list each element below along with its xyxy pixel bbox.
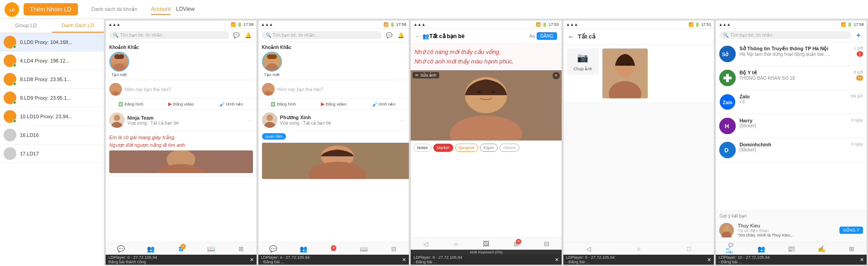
bottom-friend-icon-10[interactable]: 👥 <box>756 244 766 254</box>
app-logo: LD <box>5 2 19 17</box>
bottom-post-icon-10[interactable]: ✍ <box>816 244 826 254</box>
bottom-home-icon-0[interactable]: ✉ <box>176 244 186 254</box>
nav-account[interactable]: Account <box>151 4 170 15</box>
footer-text-9: LDPlayer: 9 - 27.72.105.94 - Đăng bài ..… <box>566 255 615 264</box>
sidebar-item-ld17[interactable]: 17.LD17 <box>0 145 104 163</box>
notif-item-so-thong-tin[interactable]: Sở Sở Thông tin Truyền thông TP Hà Nội H… <box>716 42 867 66</box>
suggest-name-thuy-kieu: Thuy Kieu <box>737 223 836 228</box>
sidebar-item-ld10[interactable]: 10.LD10 Proxy: 23.94... <box>0 107 104 126</box>
notif-item-dominhchinh[interactable]: D Dominhchinh [Sticker] 3 ngày <box>716 138 867 162</box>
chat-name-phuong-4: Phương Xinh <box>280 115 398 121</box>
chat-avatar-phuong-4 <box>262 112 277 128</box>
chat-preview-phuong-4: Vừa xong · Tất cả bạn bè <box>280 121 398 126</box>
chat-item-ninja-0[interactable]: Ninja Team Vừa xong · Tất cả bạn bè ··· <box>106 110 257 131</box>
tool-notes-8[interactable]: Notes <box>413 144 432 152</box>
how-are-you-0: Hôm nay bạn thế nào? <box>106 80 257 99</box>
svg-point-10 <box>113 63 126 71</box>
post-action-video-0[interactable]: ▶ Đăng video <box>156 99 206 109</box>
sidebar-item-ld16[interactable]: 16.LD16 <box>0 126 104 145</box>
search-bar-4[interactable]: 🔍 Tìm bạn bè, tin nhắn... <box>262 31 382 39</box>
item-label-ld17: 17.LD17 <box>20 151 39 156</box>
tool-athens-8[interactable]: Athens <box>499 144 519 152</box>
notif-item-bo-y-te[interactable]: Bộ Y tế THÔNG BÁO KHẨN SỐ 18 8 giờ N <box>716 66 867 90</box>
sidebar-item-ld9[interactable]: 9.LD9 Proxy: 23.95.1... <box>0 89 104 107</box>
bottom-icon-share-8[interactable]: ⊞ ✉ <box>511 239 521 249</box>
bottom-timeline-icon-10[interactable]: 📰 <box>786 244 796 254</box>
font-aa-8: Aa <box>529 34 535 39</box>
close-btn-10[interactable]: ✕ <box>860 257 864 263</box>
add-group-button[interactable]: Thêm Nhóm LD <box>24 3 78 15</box>
add-icon-10[interactable]: + <box>854 31 863 40</box>
message-icon-4[interactable]: 💬 <box>384 31 393 40</box>
phone-screen-8: ▲▲▲ 📶 🔋 17:53 ← 👥 Tất cả bạn bè Aa ĐĂNG <box>410 20 562 265</box>
post-action-bg-4[interactable]: 🖌 Hình nền <box>359 99 409 109</box>
post-action-image-0[interactable]: 🖼 Đăng hình <box>106 99 156 109</box>
notif-text-zalo: <3 <box>739 99 847 104</box>
bottom-diary-icon-0[interactable]: 📖 <box>206 244 216 254</box>
bottom-message-icon-10[interactable]: 💬 tin nhắn <box>726 244 736 254</box>
back-icon-8[interactable]: ← <box>415 33 421 39</box>
notif-time-dominhchinh: 3 ngày <box>851 142 863 146</box>
bottom-message-icon-4[interactable]: 💬 <box>268 244 278 254</box>
bottom-people-icon-0[interactable]: 👥 <box>146 244 156 254</box>
sidebar-item-ld8[interactable]: 8.LD8 Proxy: 23.95.1... <box>0 70 104 89</box>
chat-more-4[interactable]: ··· <box>400 116 406 124</box>
story-photo-0 <box>109 52 129 72</box>
bottom-icon-left-8[interactable]: ◁ <box>421 239 431 249</box>
post-image-0 <box>109 150 253 173</box>
tool-eigan-8[interactable]: Eigan <box>480 144 498 152</box>
search-bar-10[interactable]: 🔍 Tìm bạn bè, tin nhắn <box>719 31 851 39</box>
close-btn-8[interactable]: ✕ <box>555 257 559 263</box>
phone-screen-4: ▲▲▲ 📶 🔋 17:58 🔍 Tìm bạn bè, tin nhắn... … <box>258 20 410 265</box>
bottom-diary-icon-4[interactable]: 📖 <box>359 244 369 254</box>
close-btn-4[interactable]: ✕ <box>402 257 406 263</box>
back-icon-9[interactable]: ← <box>568 33 574 40</box>
phone-bottom-0: 💬 👥 ✉ 📖 ⊞ <box>106 242 257 255</box>
item-avatar-ld8 <box>4 73 16 86</box>
svg-point-12 <box>111 91 120 96</box>
search-bar-0[interactable]: 🔍 Tìm bạn bè, tin nhắn... <box>109 31 229 39</box>
bottom-icon-grid-8[interactable]: ⊟ <box>542 239 552 249</box>
capture-button-9[interactable]: 📷 Chụp ảnh <box>567 48 599 75</box>
chat-more-0[interactable]: ··· <box>247 116 253 124</box>
suggest-avatar-thuy-kieu <box>719 223 734 237</box>
bell-icon-0[interactable]: 🔔 <box>244 31 253 40</box>
post-action-video-4[interactable]: ▶ Đăng video <box>308 99 359 109</box>
chat-name-ninja-0: Ninja Team <box>127 115 245 121</box>
bottom-icon-img-8[interactable]: 🖼 <box>481 239 491 249</box>
status-dot-ld8 <box>13 82 16 86</box>
chat-item-phuong-4[interactable]: Phương Xinh Vừa xong · Tất cả bạn bè ··· <box>258 110 409 131</box>
tool-marker-8[interactable]: Marker <box>433 144 453 152</box>
bell-icon-4[interactable]: 🔔 <box>396 31 405 40</box>
edit-close-8[interactable]: × <box>553 72 560 79</box>
accept-button-thuy-kieu[interactable]: ĐỒNG Ý <box>839 227 863 234</box>
bottom-icon-home-8[interactable]: ○ <box>451 239 461 249</box>
bottom-icon-home-9[interactable]: ○ <box>634 244 644 254</box>
breadcrumb: Danh sách tài khoản <box>92 6 137 12</box>
login-button-8[interactable]: ĐĂNG <box>537 32 557 40</box>
sidebar-item-ld4[interactable]: 4.LD4 Proxy: 198.12... <box>0 52 104 70</box>
svg-point-13 <box>114 115 120 121</box>
tab-group-ld[interactable]: Group LD <box>0 19 52 33</box>
nav-ldview[interactable]: LDView <box>176 4 194 15</box>
tool-bangkok-8[interactable]: Bangkok <box>455 144 478 152</box>
bottom-message-icon-0[interactable]: 💬 <box>116 244 126 254</box>
notif-item-zalo[interactable]: Zalo Zalo <3 Đã gửi <box>716 90 867 114</box>
bottom-icon-square-9[interactable]: □ <box>684 244 694 254</box>
sidebar-item-ld0[interactable]: 0.LD0 Proxy: 104.168... <box>0 33 104 52</box>
svg-text:D: D <box>724 147 728 154</box>
footer-status-4: - Đăng bài ... <box>261 260 310 264</box>
tab-danh-sach[interactable]: Danh Sách LD <box>52 19 104 33</box>
post-action-bg-0[interactable]: 🖌 Hình nền <box>206 99 257 109</box>
close-btn-9[interactable]: ✕ <box>707 257 711 263</box>
close-btn-0[interactable]: ✕ <box>250 257 254 263</box>
bottom-grid-icon-0[interactable]: ⊞ <box>236 244 246 254</box>
bottom-icon-left-9[interactable]: ◁ <box>583 244 593 254</box>
notif-item-harry[interactable]: H Harry [Sticker] 3 ngày <box>716 114 867 138</box>
post-action-image-4[interactable]: 🖼 Đăng hình <box>258 99 309 109</box>
bottom-home-icon-4[interactable]: ⊞ ✉ <box>329 244 339 254</box>
bottom-people-icon-4[interactable]: 👥 <box>298 244 308 254</box>
bottom-grid-icon-4[interactable]: ⊟ <box>389 244 399 254</box>
message-icon-0[interactable]: 💬 <box>232 31 241 40</box>
bottom-grid-icon-10[interactable]: ⊞ <box>847 244 857 254</box>
